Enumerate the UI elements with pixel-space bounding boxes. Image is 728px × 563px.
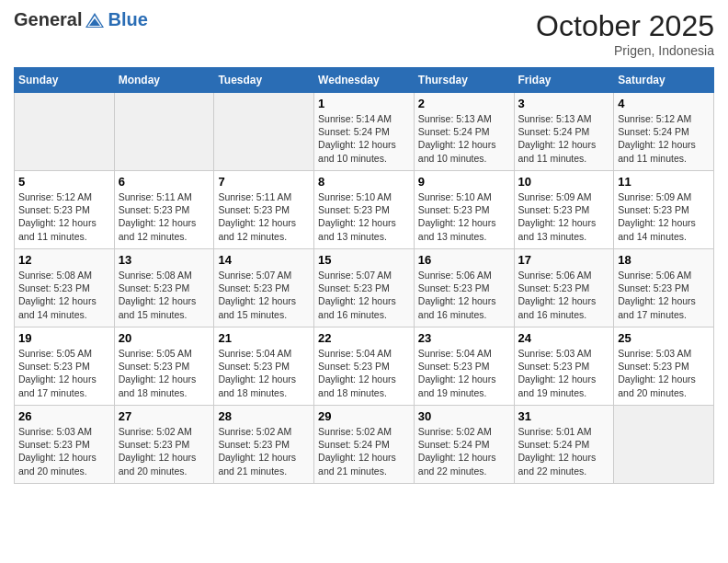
day-number: 22 bbox=[318, 331, 410, 345]
calendar-day-cell: 29Sunrise: 5:02 AM Sunset: 5:24 PM Dayli… bbox=[314, 406, 415, 484]
day-info: Sunrise: 5:02 AM Sunset: 5:24 PM Dayligh… bbox=[318, 425, 410, 477]
logo-icon bbox=[84, 11, 106, 29]
day-number: 19 bbox=[18, 331, 110, 345]
calendar-day-cell: 2Sunrise: 5:13 AM Sunset: 5:24 PM Daylig… bbox=[414, 93, 514, 171]
day-info: Sunrise: 5:08 AM Sunset: 5:23 PM Dayligh… bbox=[119, 269, 210, 321]
day-number: 12 bbox=[18, 253, 110, 267]
calendar-day-cell: 23Sunrise: 5:04 AM Sunset: 5:23 PM Dayli… bbox=[414, 327, 514, 406]
day-info: Sunrise: 5:01 AM Sunset: 5:24 PM Dayligh… bbox=[518, 425, 610, 477]
day-info: Sunrise: 5:08 AM Sunset: 5:23 PM Dayligh… bbox=[18, 269, 110, 321]
calendar-day-cell: 10Sunrise: 5:09 AM Sunset: 5:23 PM Dayli… bbox=[514, 171, 614, 249]
day-number: 2 bbox=[418, 97, 510, 110]
calendar-body: 1Sunrise: 5:14 AM Sunset: 5:24 PM Daylig… bbox=[15, 93, 714, 484]
calendar-day-cell: 4Sunrise: 5:12 AM Sunset: 5:24 PM Daylig… bbox=[614, 93, 714, 171]
day-info: Sunrise: 5:02 AM Sunset: 5:24 PM Dayligh… bbox=[418, 425, 510, 477]
calendar-table: Sunday Monday Tuesday Wednesday Thursday… bbox=[14, 67, 714, 484]
day-number: 23 bbox=[418, 331, 510, 345]
calendar-day-cell: 11Sunrise: 5:09 AM Sunset: 5:23 PM Dayli… bbox=[614, 171, 714, 249]
header-friday: Friday bbox=[514, 68, 614, 93]
day-number: 10 bbox=[518, 175, 610, 189]
calendar-day-cell: 25Sunrise: 5:03 AM Sunset: 5:23 PM Dayli… bbox=[614, 327, 714, 406]
title-block: October 2025 Prigen, Indonesia bbox=[536, 9, 714, 58]
calendar-week-row: 26Sunrise: 5:03 AM Sunset: 5:23 PM Dayli… bbox=[15, 406, 714, 484]
header-saturday: Saturday bbox=[614, 68, 714, 93]
day-number: 4 bbox=[618, 97, 710, 110]
day-number: 13 bbox=[119, 253, 210, 267]
logo-general: General bbox=[14, 9, 82, 30]
header-thursday: Thursday bbox=[414, 68, 514, 93]
calendar-day-cell: 21Sunrise: 5:04 AM Sunset: 5:23 PM Dayli… bbox=[214, 327, 314, 406]
day-number: 8 bbox=[318, 175, 410, 189]
day-info: Sunrise: 5:06 AM Sunset: 5:23 PM Dayligh… bbox=[518, 269, 610, 321]
calendar-day-cell: 30Sunrise: 5:02 AM Sunset: 5:24 PM Dayli… bbox=[414, 406, 514, 484]
header-monday: Monday bbox=[114, 68, 214, 93]
day-number: 26 bbox=[18, 409, 110, 423]
day-number: 28 bbox=[218, 409, 310, 423]
calendar-day-cell: 5Sunrise: 5:12 AM Sunset: 5:23 PM Daylig… bbox=[15, 171, 115, 249]
calendar-day-cell: 20Sunrise: 5:05 AM Sunset: 5:23 PM Dayli… bbox=[114, 327, 214, 406]
day-info: Sunrise: 5:04 AM Sunset: 5:23 PM Dayligh… bbox=[218, 347, 310, 399]
day-number: 29 bbox=[318, 409, 410, 423]
calendar-day-cell: 26Sunrise: 5:03 AM Sunset: 5:23 PM Dayli… bbox=[15, 406, 115, 484]
day-info: Sunrise: 5:12 AM Sunset: 5:24 PM Dayligh… bbox=[618, 112, 710, 165]
calendar-container: General Blue October 2025 Prigen, Indone… bbox=[0, 0, 728, 493]
day-info: Sunrise: 5:10 AM Sunset: 5:23 PM Dayligh… bbox=[318, 190, 410, 243]
day-number: 5 bbox=[18, 175, 110, 189]
calendar-day-cell: 22Sunrise: 5:04 AM Sunset: 5:23 PM Dayli… bbox=[314, 327, 415, 406]
header-tuesday: Tuesday bbox=[214, 68, 314, 93]
day-info: Sunrise: 5:11 AM Sunset: 5:23 PM Dayligh… bbox=[218, 190, 310, 243]
calendar-day-cell: 17Sunrise: 5:06 AM Sunset: 5:23 PM Dayli… bbox=[514, 249, 614, 327]
calendar-day-cell: 7Sunrise: 5:11 AM Sunset: 5:23 PM Daylig… bbox=[214, 171, 314, 249]
header-wednesday: Wednesday bbox=[314, 68, 415, 93]
calendar-day-cell: 3Sunrise: 5:13 AM Sunset: 5:24 PM Daylig… bbox=[514, 93, 614, 171]
day-info: Sunrise: 5:03 AM Sunset: 5:23 PM Dayligh… bbox=[18, 425, 110, 477]
day-number: 6 bbox=[119, 175, 210, 189]
calendar-thead: Sunday Monday Tuesday Wednesday Thursday… bbox=[15, 68, 714, 93]
day-info: Sunrise: 5:13 AM Sunset: 5:24 PM Dayligh… bbox=[418, 112, 510, 165]
month-title: October 2025 bbox=[536, 9, 714, 43]
day-number: 3 bbox=[518, 97, 610, 110]
day-number: 15 bbox=[318, 253, 410, 267]
logo: General Blue bbox=[14, 9, 148, 30]
calendar-day-cell: 19Sunrise: 5:05 AM Sunset: 5:23 PM Dayli… bbox=[15, 327, 115, 406]
day-info: Sunrise: 5:05 AM Sunset: 5:23 PM Dayligh… bbox=[18, 347, 110, 399]
day-number: 21 bbox=[218, 331, 310, 345]
calendar-day-cell: 31Sunrise: 5:01 AM Sunset: 5:24 PM Dayli… bbox=[514, 406, 614, 484]
calendar-day-cell: 8Sunrise: 5:10 AM Sunset: 5:23 PM Daylig… bbox=[314, 171, 415, 249]
day-number: 11 bbox=[618, 175, 710, 189]
day-info: Sunrise: 5:04 AM Sunset: 5:23 PM Dayligh… bbox=[418, 347, 510, 399]
day-number: 1 bbox=[318, 97, 410, 110]
day-number: 18 bbox=[618, 253, 710, 267]
day-number: 16 bbox=[418, 253, 510, 267]
header-sunday: Sunday bbox=[15, 68, 115, 93]
calendar-day-cell: 27Sunrise: 5:02 AM Sunset: 5:23 PM Dayli… bbox=[114, 406, 214, 484]
day-info: Sunrise: 5:09 AM Sunset: 5:23 PM Dayligh… bbox=[518, 190, 610, 243]
calendar-day-cell: 15Sunrise: 5:07 AM Sunset: 5:23 PM Dayli… bbox=[314, 249, 415, 327]
day-info: Sunrise: 5:14 AM Sunset: 5:24 PM Dayligh… bbox=[318, 112, 410, 165]
day-info: Sunrise: 5:11 AM Sunset: 5:23 PM Dayligh… bbox=[119, 190, 210, 243]
calendar-day-cell bbox=[614, 406, 714, 484]
day-info: Sunrise: 5:03 AM Sunset: 5:23 PM Dayligh… bbox=[518, 347, 610, 399]
day-number: 9 bbox=[418, 175, 510, 189]
day-info: Sunrise: 5:13 AM Sunset: 5:24 PM Dayligh… bbox=[518, 112, 610, 165]
calendar-week-row: 12Sunrise: 5:08 AM Sunset: 5:23 PM Dayli… bbox=[15, 249, 714, 327]
calendar-header: General Blue October 2025 Prigen, Indone… bbox=[14, 9, 714, 58]
calendar-day-cell: 18Sunrise: 5:06 AM Sunset: 5:23 PM Dayli… bbox=[614, 249, 714, 327]
day-info: Sunrise: 5:06 AM Sunset: 5:23 PM Dayligh… bbox=[618, 269, 710, 321]
day-number: 31 bbox=[518, 409, 610, 423]
calendar-week-row: 19Sunrise: 5:05 AM Sunset: 5:23 PM Dayli… bbox=[15, 327, 714, 406]
day-info: Sunrise: 5:09 AM Sunset: 5:23 PM Dayligh… bbox=[618, 190, 710, 243]
day-info: Sunrise: 5:12 AM Sunset: 5:23 PM Dayligh… bbox=[18, 190, 110, 243]
calendar-week-row: 5Sunrise: 5:12 AM Sunset: 5:23 PM Daylig… bbox=[15, 171, 714, 249]
location-subtitle: Prigen, Indonesia bbox=[536, 43, 714, 58]
day-info: Sunrise: 5:10 AM Sunset: 5:23 PM Dayligh… bbox=[418, 190, 510, 243]
day-number: 24 bbox=[518, 331, 610, 345]
calendar-day-cell bbox=[214, 93, 314, 171]
day-info: Sunrise: 5:07 AM Sunset: 5:23 PM Dayligh… bbox=[218, 269, 310, 321]
calendar-day-cell: 16Sunrise: 5:06 AM Sunset: 5:23 PM Dayli… bbox=[414, 249, 514, 327]
day-info: Sunrise: 5:02 AM Sunset: 5:23 PM Dayligh… bbox=[218, 425, 310, 477]
logo-blue: Blue bbox=[108, 9, 147, 30]
calendar-day-cell: 14Sunrise: 5:07 AM Sunset: 5:23 PM Dayli… bbox=[214, 249, 314, 327]
day-info: Sunrise: 5:05 AM Sunset: 5:23 PM Dayligh… bbox=[119, 347, 210, 399]
calendar-day-cell bbox=[15, 93, 115, 171]
